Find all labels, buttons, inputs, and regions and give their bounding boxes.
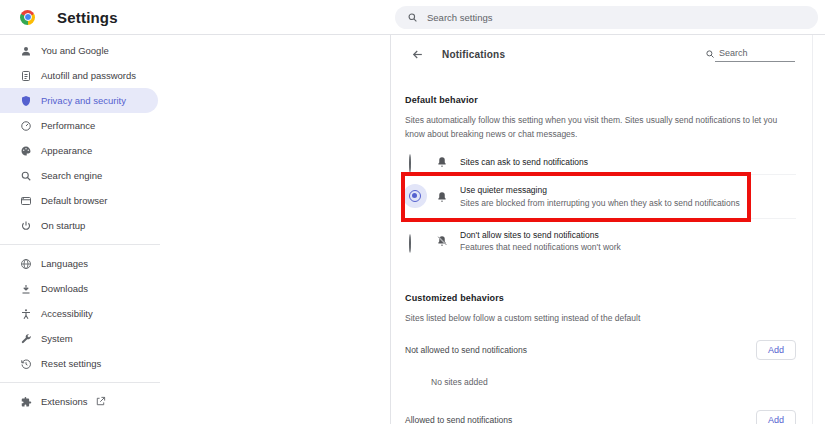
puzzle-icon xyxy=(20,396,32,408)
allowed-label: Allowed to send notifications xyxy=(405,415,512,424)
sidebar-item-on-startup[interactable]: On startup xyxy=(0,213,158,238)
sidebar-item-languages[interactable]: Languages xyxy=(0,251,158,276)
default-behavior-heading: Default behavior xyxy=(405,95,812,105)
sidebar-item-default-browser[interactable]: Default browser xyxy=(0,188,158,213)
sidebar-item-extensions[interactable]: Extensions xyxy=(0,389,158,414)
wrench-icon xyxy=(20,333,32,345)
accessibility-icon xyxy=(20,308,32,320)
globe-icon xyxy=(20,258,32,270)
radio-option-use-quieter-messaging[interactable]: Use quieter messaging Sites are blocked … xyxy=(405,175,796,219)
subpage-title: Notifications xyxy=(442,49,505,60)
brand-area: Settings xyxy=(0,9,390,26)
page-title: Settings xyxy=(57,9,118,26)
reset-icon xyxy=(20,358,32,370)
power-icon xyxy=(20,220,32,232)
sidebar-item-appearance[interactable]: Appearance xyxy=(0,138,158,163)
browser-icon xyxy=(20,195,32,207)
customized-behaviors-description: Sites listed below follow a custom setti… xyxy=(405,312,799,326)
default-behavior-description: Sites automatically follow this setting … xyxy=(405,114,799,141)
sidebar-divider xyxy=(0,244,160,245)
sidebar: You and Google Autofill and passwords Pr… xyxy=(0,35,390,424)
settings-search-bar[interactable] xyxy=(395,6,818,29)
search-engine-icon xyxy=(20,170,32,182)
radio-option-sites-can-ask[interactable]: Sites can ask to send notifications xyxy=(405,149,796,175)
sidebar-item-search-engine[interactable]: Search engine xyxy=(0,163,158,188)
not-allowed-label: Not allowed to send notifications xyxy=(405,345,527,355)
settings-search-input[interactable] xyxy=(427,12,806,23)
default-behavior-options: Sites can ask to send notifications Use … xyxy=(405,149,812,263)
customized-behaviors-heading: Customized behaviors xyxy=(405,293,812,303)
shield-icon xyxy=(20,95,32,107)
person-icon xyxy=(20,45,32,57)
sidebar-item-reset-settings[interactable]: Reset settings xyxy=(0,351,158,376)
bell-icon xyxy=(436,191,448,203)
radio-button[interactable] xyxy=(409,155,422,168)
subpage-search[interactable] xyxy=(705,46,795,62)
autofill-icon xyxy=(20,70,32,82)
palette-icon xyxy=(20,145,32,157)
sidebar-item-system[interactable]: System xyxy=(0,326,158,351)
not-allowed-row: Not allowed to send notifications Add xyxy=(405,340,812,360)
sidebar-item-downloads[interactable]: Downloads xyxy=(0,276,158,301)
search-icon xyxy=(705,49,715,59)
download-icon xyxy=(20,283,32,295)
bell-off-icon xyxy=(436,235,448,247)
back-arrow-icon xyxy=(411,48,424,61)
bell-icon xyxy=(436,156,448,168)
radio-option-dont-allow[interactable]: Don't allow sites to send notifications … xyxy=(405,219,796,263)
back-button[interactable] xyxy=(411,47,425,61)
external-link-icon xyxy=(95,396,106,407)
sidebar-item-accessibility[interactable]: Accessibility xyxy=(0,301,158,326)
sidebar-divider xyxy=(0,382,160,383)
search-icon xyxy=(407,12,418,23)
sidebar-item-you-and-google[interactable]: You and Google xyxy=(0,38,158,63)
chrome-logo-icon xyxy=(20,10,35,25)
radio-button-selected[interactable] xyxy=(409,190,422,203)
app-header: Settings xyxy=(0,0,825,35)
sidebar-item-privacy-and-security[interactable]: Privacy and security xyxy=(0,88,158,113)
speedometer-icon xyxy=(20,120,32,132)
subpage-search-input[interactable] xyxy=(715,46,795,62)
sidebar-item-performance[interactable]: Performance xyxy=(0,113,158,138)
no-sites-added-text: No sites added xyxy=(431,377,812,387)
sidebar-item-autofill[interactable]: Autofill and passwords xyxy=(0,63,158,88)
notifications-panel: Notifications Default behavior Sites aut… xyxy=(390,35,813,424)
allowed-row: Allowed to send notifications Add xyxy=(405,410,812,424)
subpage-header: Notifications xyxy=(405,35,812,67)
add-allowed-button[interactable]: Add xyxy=(756,410,796,424)
add-not-allowed-button[interactable]: Add xyxy=(756,340,796,360)
radio-button[interactable] xyxy=(409,235,422,248)
